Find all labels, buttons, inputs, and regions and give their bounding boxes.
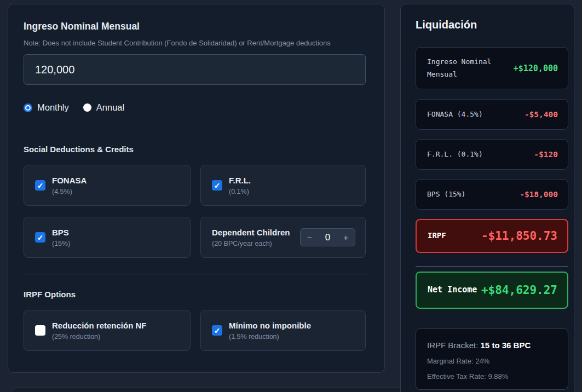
liquidacion-row-bps: BPS (15%) -$18,000 [416, 179, 568, 210]
irpf-bracket-card: IRPF Bracket: 15 to 36 BPC Marginal Rate… [416, 328, 568, 390]
radio-annual-label: Annual [96, 102, 124, 113]
minimo-sublabel: (1.5% reduction) [229, 333, 311, 341]
liquidacion-row-fonasa: FONASA (4.5%) -$5,400 [416, 99, 568, 130]
check-icon: ✓ [214, 327, 221, 335]
liquidacion-row-ingreso: Ingreso Nominal Mensual +$120,000 [416, 47, 568, 89]
check-icon: ✓ [37, 234, 44, 241]
checkbox-card-fonasa[interactable]: ✓ FONASA (4.5%) [24, 165, 191, 206]
minimo-card-text: Mínimo no imponible (1.5% reduction) [229, 320, 311, 340]
irpf-total-card: IRPF -$11,850.73 [416, 219, 568, 253]
social-cards-grid: ✓ FONASA (4.5%) ✓ F.R.L. (0.1%) ✓ BPS (1… [24, 165, 369, 258]
check-icon: ✓ [37, 182, 44, 189]
frl-card-text: F.R.L. (0.1%) [229, 175, 251, 195]
row-value: -$120 [534, 150, 558, 159]
radio-monthly-label: Monthly [37, 102, 69, 113]
fonasa-label: FONASA [52, 175, 87, 186]
net-income-value: +$84,629.27 [481, 284, 557, 297]
net-income-label: Net Income [428, 283, 477, 297]
checkbox-card-bps[interactable]: ✓ BPS (15%) [24, 217, 191, 258]
row-label: F.R.L. (0.1%) [427, 148, 483, 160]
frl-checkbox[interactable]: ✓ [212, 180, 222, 191]
radio-annual[interactable]: Annual [83, 102, 124, 113]
dependent-sublabel: (20 BPC/year each) [212, 240, 290, 247]
fonasa-card-text: FONASA (4.5%) [52, 175, 87, 195]
marginal-rate: Marginal Rate: 24% [427, 357, 557, 365]
fonasa-sublabel: (4.5%) [52, 188, 87, 195]
irpf-total-value: -$11,850.73 [481, 229, 557, 243]
income-note: Note: Does not include Student Contribut… [24, 39, 369, 47]
row-value: -$5,400 [525, 110, 558, 119]
row-label: FONASA (4.5%) [427, 108, 483, 120]
calculator-panel: Ingreso Nominal Mensual Note: Does not i… [8, 4, 385, 373]
dependent-label: Dependent Children [212, 227, 290, 238]
irpf-cards-grid: ✓ Reducción retención NF (25% reduction)… [24, 310, 369, 351]
checkbox-card-frl[interactable]: ✓ F.R.L. (0.1%) [200, 165, 366, 206]
income-section-title: Ingreso Nominal Mensual [24, 21, 369, 32]
summary-divider [416, 266, 568, 267]
radio-monthly-control[interactable] [24, 103, 32, 112]
checkbox-card-reduccion-nf[interactable]: ✓ Reducción retención NF (25% reduction) [24, 310, 191, 351]
radio-annual-control[interactable] [83, 103, 91, 112]
row-value: +$120,000 [514, 64, 558, 73]
irpf-bracket-value: 15 to 36 BPC [481, 341, 531, 350]
liquidacion-row-frl: F.R.L. (0.1%) -$120 [416, 139, 568, 170]
stepper-value: 0 [325, 232, 330, 243]
dependent-card-text: Dependent Children (20 BPC/year each) [212, 227, 290, 247]
period-radio-group: Monthly Annual [24, 102, 369, 113]
fonasa-checkbox[interactable]: ✓ [35, 180, 45, 191]
net-income-card: Net Income +$84,629.27 [416, 272, 568, 309]
irpf-options-title: IRPF Options [24, 290, 369, 299]
irpf-bracket-label: IRPF Bracket: [427, 341, 481, 350]
row-label: BPS (15%) [427, 188, 465, 200]
reduccion-nf-card-text: Reducción retención NF (25% reduction) [52, 320, 147, 340]
stepper-increment-button[interactable]: + [343, 233, 348, 241]
bps-label: BPS [52, 227, 70, 238]
stepper-decrement-button[interactable]: − [307, 233, 312, 241]
minimo-no-imponible-checkbox[interactable]: ✓ [212, 325, 222, 336]
reduccion-nf-checkbox[interactable]: ✓ [35, 325, 45, 336]
liquidacion-panel: Liquidación Ingreso Nominal Mensual +$12… [400, 4, 574, 392]
radio-monthly[interactable]: Monthly [24, 102, 69, 113]
reduccion-nf-label: Reducción retención NF [52, 320, 147, 331]
frl-label: F.R.L. [229, 175, 251, 186]
irpf-bracket-line: IRPF Bracket: 15 to 36 BPC [427, 341, 557, 350]
frl-sublabel: (0.1%) [229, 188, 251, 195]
section-divider [24, 274, 369, 274]
row-label: Ingreso Nominal Mensual [427, 56, 509, 80]
effective-tax-rate: Effective Tax Rate: 9.88% [427, 372, 557, 381]
income-input[interactable] [24, 54, 366, 85]
irpf-total-label: IRPF [428, 229, 446, 243]
dependent-children-card: Dependent Children (20 BPC/year each) − … [200, 217, 366, 258]
row-value: -$18,000 [520, 190, 558, 199]
checkbox-card-minimo-no-imponible[interactable]: ✓ Mínimo no imponible (1.5% reduction) [200, 310, 366, 351]
reduccion-nf-sublabel: (25% reduction) [52, 333, 147, 341]
minimo-label: Mínimo no imponible [229, 320, 311, 331]
bps-checkbox[interactable]: ✓ [35, 232, 45, 243]
bps-sublabel: (15%) [52, 240, 70, 247]
bps-card-text: BPS (15%) [52, 227, 70, 247]
dependent-children-stepper: − 0 + [300, 228, 355, 246]
social-section-title: Social Deductions & Credits [24, 145, 369, 154]
check-icon: ✓ [214, 182, 221, 189]
liquidacion-title: Liquidación [416, 19, 567, 31]
